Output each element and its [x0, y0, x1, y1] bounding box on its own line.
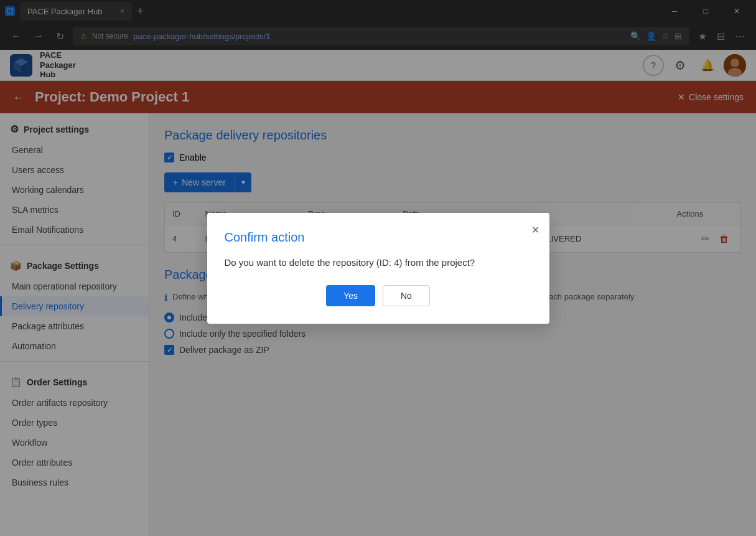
- confirm-modal: Confirm action × Do you want to delete t…: [207, 213, 549, 324]
- modal-actions: Yes No: [225, 285, 532, 306]
- modal-close-button[interactable]: ×: [532, 223, 539, 237]
- modal-title: Confirm action: [225, 230, 532, 245]
- modal-overlay: Confirm action × Do you want to delete t…: [0, 0, 756, 536]
- no-button[interactable]: No: [383, 285, 430, 306]
- yes-button[interactable]: Yes: [326, 285, 375, 306]
- modal-message: Do you want to delete the repository (ID…: [225, 257, 532, 268]
